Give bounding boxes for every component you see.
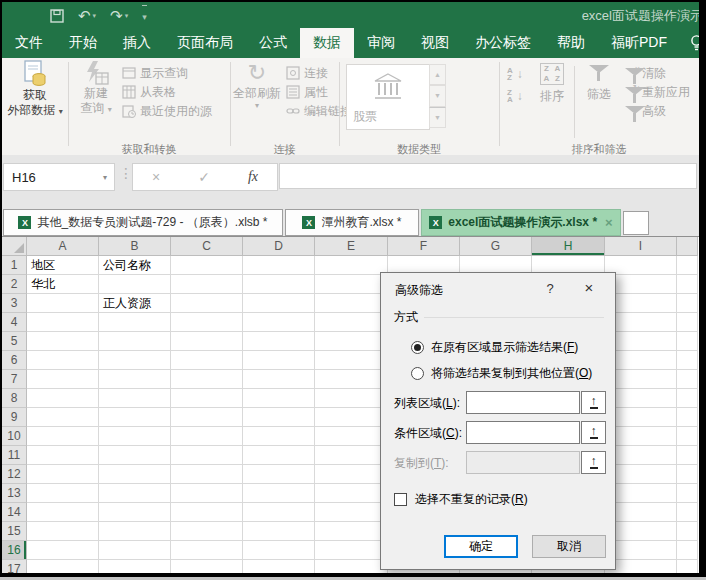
grid-cell[interactable] bbox=[27, 560, 99, 573]
grid-cell[interactable] bbox=[99, 389, 171, 408]
sort-descending-button[interactable]: ZA ↓ bbox=[507, 86, 523, 106]
tab-close-icon[interactable]: × bbox=[605, 215, 613, 230]
grid-cell[interactable] bbox=[27, 351, 99, 370]
grid-cell[interactable] bbox=[677, 370, 698, 389]
grid-cell[interactable] bbox=[315, 503, 388, 522]
grid-cell[interactable] bbox=[315, 427, 388, 446]
row-header[interactable]: 16 bbox=[2, 541, 27, 560]
column-header[interactable] bbox=[677, 237, 698, 256]
row-header[interactable]: 10 bbox=[2, 427, 27, 446]
grid-cell[interactable] bbox=[315, 484, 388, 503]
grid-cell[interactable] bbox=[27, 332, 99, 351]
grid-cell[interactable] bbox=[171, 560, 243, 573]
grid-cell[interactable] bbox=[677, 332, 698, 351]
ribbon-tab[interactable]: 插入 bbox=[110, 28, 164, 58]
row-header[interactable]: 15 bbox=[2, 522, 27, 541]
grid-cell[interactable] bbox=[99, 484, 171, 503]
stocks-gallery-item-label[interactable]: 股票 bbox=[353, 108, 377, 125]
grid-cell[interactable] bbox=[315, 522, 388, 541]
ribbon-tab[interactable]: 福昕PDF bbox=[598, 28, 680, 58]
grid-cell[interactable]: 正人资源 bbox=[99, 294, 171, 313]
clear-filter-button[interactable]: × 清除 bbox=[624, 64, 666, 82]
row-header[interactable]: 13 bbox=[2, 484, 27, 503]
grid-cell[interactable] bbox=[243, 522, 315, 541]
ribbon-tab[interactable]: 数据 bbox=[300, 28, 354, 58]
grid-cell[interactable] bbox=[99, 408, 171, 427]
grid-cell[interactable] bbox=[677, 275, 698, 294]
advanced-filter-button[interactable]: 高级 bbox=[624, 102, 666, 120]
grid-cell[interactable] bbox=[243, 465, 315, 484]
grid-cell[interactable] bbox=[677, 484, 698, 503]
save-button[interactable] bbox=[50, 9, 64, 23]
row-header[interactable]: 2 bbox=[2, 275, 27, 294]
grid-cell[interactable] bbox=[677, 503, 698, 522]
grid-cell[interactable] bbox=[99, 370, 171, 389]
grid-cell[interactable] bbox=[677, 294, 698, 313]
grid-cell[interactable] bbox=[243, 541, 315, 560]
gallery-down-button[interactable]: ▼ bbox=[429, 85, 446, 106]
grid-cell[interactable] bbox=[171, 484, 243, 503]
grid-cell[interactable] bbox=[677, 522, 698, 541]
ribbon-tab[interactable]: 公式 bbox=[246, 28, 300, 58]
ribbon-tab[interactable]: 文件 bbox=[2, 28, 56, 58]
ribbon-tab[interactable]: 开始 bbox=[56, 28, 110, 58]
column-header[interactable]: D bbox=[243, 237, 315, 256]
insert-function-icon[interactable]: fx bbox=[248, 169, 258, 185]
row-header[interactable]: 1 bbox=[2, 256, 27, 275]
formula-input[interactable] bbox=[279, 163, 697, 189]
row-header[interactable]: 8 bbox=[2, 389, 27, 408]
edit-links-button[interactable]: 编辑链接 bbox=[286, 102, 352, 120]
row-header[interactable]: 12 bbox=[2, 465, 27, 484]
grid-cell[interactable] bbox=[243, 408, 315, 427]
grid-cell[interactable] bbox=[27, 522, 99, 541]
undo-dropdown-icon[interactable]: ▾ bbox=[93, 6, 97, 26]
column-header[interactable]: G bbox=[460, 237, 532, 256]
grid-cell[interactable] bbox=[99, 465, 171, 484]
grid-cell[interactable] bbox=[171, 427, 243, 446]
grid-cell[interactable] bbox=[171, 256, 243, 275]
radio-copy-to-other-location[interactable]: 将筛选结果复制到其他位置(O) bbox=[411, 365, 592, 382]
refresh-all-button[interactable]: ↻ 全部刷新 ▾ bbox=[233, 60, 281, 110]
grid-cell[interactable] bbox=[315, 370, 388, 389]
ribbon-tab[interactable]: 办公标签 bbox=[462, 28, 544, 58]
criteria-range-collapse-button[interactable]: ↑ bbox=[581, 421, 606, 444]
ribbon-tab[interactable]: 视图 bbox=[408, 28, 462, 58]
checkbox-icon[interactable] bbox=[394, 493, 407, 506]
data-types-gallery[interactable]: 股票 bbox=[346, 64, 430, 130]
grid-cell[interactable] bbox=[315, 313, 388, 332]
redo-button[interactable]: ↷ ▾ bbox=[110, 6, 128, 26]
grid-cell[interactable] bbox=[171, 522, 243, 541]
radio-filter-in-place[interactable]: 在原有区域显示筛选结果(F) bbox=[411, 339, 578, 356]
grid-cell[interactable] bbox=[27, 313, 99, 332]
grid-cell[interactable] bbox=[243, 313, 315, 332]
grid-cell[interactable] bbox=[243, 389, 315, 408]
column-header[interactable]: E bbox=[315, 237, 388, 256]
grid-cell[interactable] bbox=[27, 503, 99, 522]
reapply-filter-button[interactable]: ↻ 重新应用 bbox=[624, 83, 690, 101]
connections-button[interactable]: 连接 bbox=[286, 64, 328, 82]
grid-cell[interactable] bbox=[677, 389, 698, 408]
row-header[interactable]: 3 bbox=[2, 294, 27, 313]
criteria-range-input[interactable] bbox=[466, 421, 580, 444]
grid-cell[interactable]: 地区 bbox=[27, 256, 99, 275]
ribbon-tab[interactable]: 审阅 bbox=[354, 28, 408, 58]
row-header[interactable]: 9 bbox=[2, 408, 27, 427]
grid-cell[interactable] bbox=[677, 541, 698, 560]
filter-button[interactable]: 筛选 bbox=[580, 60, 618, 102]
dialog-title-bar[interactable]: 高级筛选 ? × bbox=[381, 273, 615, 303]
grid-cell[interactable] bbox=[315, 275, 388, 294]
grid-cell[interactable] bbox=[677, 465, 698, 484]
grid-cell[interactable] bbox=[315, 560, 388, 573]
show-queries-button[interactable]: 显示查询 bbox=[122, 64, 188, 82]
get-external-data-button[interactable]: 获取 外部数据 ▾ bbox=[7, 60, 63, 119]
grid-cell[interactable] bbox=[27, 408, 99, 427]
grid-cell[interactable] bbox=[315, 351, 388, 370]
grid-cell[interactable] bbox=[315, 541, 388, 560]
grid-cell[interactable] bbox=[99, 332, 171, 351]
redo-dropdown-icon[interactable]: ▾ bbox=[125, 6, 129, 26]
radio-button-icon[interactable] bbox=[411, 341, 424, 354]
properties-button[interactable]: 属性 bbox=[286, 83, 328, 101]
grid-cell[interactable] bbox=[243, 446, 315, 465]
unique-records-checkbox-row[interactable]: 选择不重复的记录(R) bbox=[394, 491, 528, 508]
grid-cell[interactable] bbox=[243, 294, 315, 313]
